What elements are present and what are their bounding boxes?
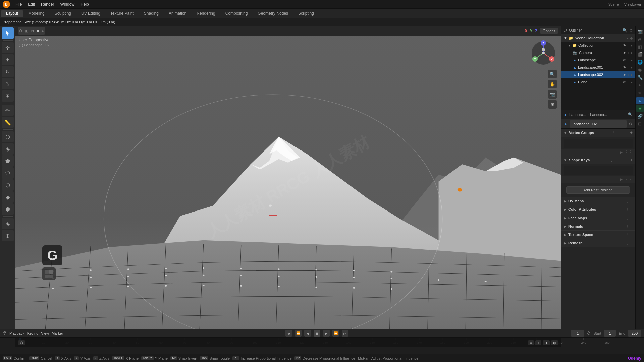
plane-select[interactable]: ○	[627, 80, 629, 84]
vg-expand-icon[interactable]: ▶	[620, 150, 623, 155]
tab-texture-paint[interactable]: Texture Paint	[106, 10, 139, 17]
props-icon-view[interactable]: ◧	[636, 43, 644, 50]
object-data-options[interactable]: ⚙	[629, 122, 633, 126]
col-render-icon[interactable]: ●	[631, 44, 633, 47]
tab-modeling[interactable]: Modeling	[23, 10, 49, 17]
viewport-gizmo[interactable]: Z X Y	[530, 40, 557, 66]
land001-eye[interactable]: 👁	[623, 66, 626, 69]
props-search-icon[interactable]: 🔍	[628, 112, 633, 117]
tool-add-5[interactable]: ⬡	[2, 179, 14, 191]
tool-add-2[interactable]: ◈	[2, 143, 14, 155]
norm-dots[interactable]: ⋮⋮	[626, 225, 633, 228]
col-select-icon[interactable]: ○	[627, 44, 629, 47]
tool-scale[interactable]: ⤡	[2, 78, 14, 89]
play-btn[interactable]: ▶	[323, 330, 330, 337]
menu-edit[interactable]: Edit	[25, 1, 38, 7]
shape-keys-dots[interactable]: ⋮⋮	[606, 158, 613, 162]
tab-compositing[interactable]: Compositing	[221, 10, 253, 17]
grid-icon[interactable]: ⊞	[548, 100, 557, 109]
shape-keys-add[interactable]: +	[630, 157, 633, 163]
plane-render[interactable]: ●	[631, 80, 633, 84]
tab-geometry-nodes[interactable]: Geometry Nodes	[253, 10, 293, 17]
tool-rotate[interactable]: ↻	[2, 66, 14, 77]
props-icon-object-data2[interactable]: ⊡	[636, 120, 644, 127]
prev-keyframe-btn[interactable]: ⏪	[295, 330, 302, 337]
props-icon-world[interactable]: 🌐	[636, 58, 644, 66]
tab-uv-editing[interactable]: UV Editing	[76, 10, 105, 17]
land002-eye[interactable]: 👁	[623, 73, 626, 77]
land002-select[interactable]: ○	[627, 73, 629, 77]
viewport-3d[interactable]: 人人素材 RRCG 人人素材 ⬡ ◫ ◻ ◼ ○ X Y Z Options	[15, 26, 561, 347]
outliner-item-landscape002[interactable]: ▲ Landscape.002 👁 ○ ●	[561, 71, 635, 78]
outliner-item-landscape001[interactable]: ▲ Landscape.001 👁 ○ ●	[561, 64, 635, 71]
stop-btn[interactable]: ⏹	[314, 330, 320, 337]
add-workspace-button[interactable]: +	[319, 10, 327, 17]
tool-add-cube[interactable]: ⬡	[2, 131, 14, 142]
tool-add-4[interactable]: ⬠	[2, 167, 14, 179]
land-eye[interactable]: 👁	[623, 58, 626, 62]
next-keyframe-btn[interactable]: ⏩	[332, 330, 339, 337]
object-name-input[interactable]	[570, 120, 627, 128]
tab-scripting[interactable]: Scripting	[293, 10, 319, 17]
tool-annotate[interactable]: ✏	[2, 105, 14, 116]
start-frame-input[interactable]	[604, 330, 616, 337]
menu-file[interactable]: File	[13, 1, 24, 7]
outliner-item-plane[interactable]: ▲ Plane 👁 ○ ●	[561, 78, 635, 86]
holdout-icon[interactable]: ●	[627, 36, 629, 40]
vertex-groups-header[interactable]: ▼ Vertex Groups ⋮⋮ +	[561, 129, 635, 137]
land-select[interactable]: ○	[627, 58, 629, 62]
normals-header[interactable]: ▶ Normals ⋮⋮	[561, 222, 635, 230]
outliner-item-camera[interactable]: 📷 Camera 👁 ○ ●	[561, 49, 635, 56]
props-icon-output[interactable]: 🖨	[636, 35, 644, 43]
sk-expand-icon[interactable]: ▶	[620, 177, 623, 182]
cam-eye[interactable]: 👁	[623, 51, 626, 55]
camera-icon[interactable]: 📷	[548, 90, 557, 99]
tab-shading[interactable]: Shading	[139, 10, 163, 17]
outliner-item-collection[interactable]: ▼ 📁 Collection 👁 ○ ●	[561, 42, 635, 49]
keying-menu[interactable]: Keying	[27, 331, 39, 335]
land-render[interactable]: ●	[631, 58, 633, 62]
tool-cursor[interactable]: ✛	[2, 42, 14, 53]
face-maps-header[interactable]: ▶ Face Maps ⋮⋮	[561, 214, 635, 222]
playback-menu[interactable]: Playback	[9, 331, 24, 335]
axis-x-label[interactable]: X	[525, 29, 527, 33]
props-icon-modifier[interactable]: 🔧	[636, 74, 644, 81]
uv-maps-header[interactable]: ▶ UV Maps ⋮⋮	[561, 197, 635, 205]
menu-render[interactable]: Render	[38, 1, 57, 7]
props-icon-object[interactable]: ◉	[636, 66, 644, 73]
ca-dots[interactable]: ⋮⋮	[626, 208, 633, 212]
land002-render[interactable]: ●	[631, 73, 633, 77]
tool-add-6[interactable]: ◆	[2, 191, 14, 203]
uv-maps-dots[interactable]: ⋮⋮	[626, 199, 633, 203]
jump-start-btn[interactable]: ⏮	[285, 330, 292, 337]
cam-select[interactable]: ○	[627, 51, 629, 55]
axis-y-label[interactable]: Y	[530, 29, 532, 33]
outliner-item-landscape[interactable]: ▲ Landscape 👁 ○ ●	[561, 56, 635, 64]
add-rest-position-button[interactable]: Add Rest Position	[566, 186, 630, 194]
tool-add-3[interactable]: ⬟	[2, 155, 14, 167]
tool-move[interactable]: ✦	[2, 54, 14, 65]
texture-space-header[interactable]: ▶ Texture Space ⋮⋮	[561, 231, 635, 239]
marker-menu[interactable]: Marker	[52, 331, 63, 335]
col-eye-icon[interactable]: 👁	[623, 44, 626, 47]
end-frame-input[interactable]	[628, 330, 641, 337]
plane-eye[interactable]: 👁	[623, 80, 626, 84]
tool-transform[interactable]: ⊞	[2, 90, 14, 102]
zoom-in-icon[interactable]: 🔍	[548, 70, 557, 78]
tab-layout[interactable]: Layout	[1, 10, 23, 17]
props-icon-physics[interactable]: ⚛	[636, 89, 644, 97]
indirect-icon[interactable]: ◆	[630, 36, 633, 40]
viewport-shading-4[interactable]: ◐	[551, 340, 558, 345]
tab-sculpting[interactable]: Sculpting	[50, 10, 76, 17]
menu-window[interactable]: Window	[57, 1, 77, 7]
tab-animation[interactable]: Animation	[164, 10, 191, 17]
viewport-shading-3[interactable]: ◑	[543, 340, 550, 345]
hand-pan-icon[interactable]: ✋	[548, 80, 557, 88]
axis-z-label[interactable]: Z	[535, 29, 537, 33]
menu-help[interactable]: Help	[78, 1, 92, 7]
vertex-groups-dots[interactable]: ⋮⋮	[608, 131, 615, 135]
ts-dots[interactable]: ⋮⋮	[626, 233, 633, 237]
tab-rendering[interactable]: Rendering	[192, 10, 220, 17]
color-attributes-header[interactable]: ▶ Color Attributes ⋮⋮	[561, 205, 635, 214]
remesh-header[interactable]: ▶ Remesh ⋮⋮	[561, 239, 635, 247]
